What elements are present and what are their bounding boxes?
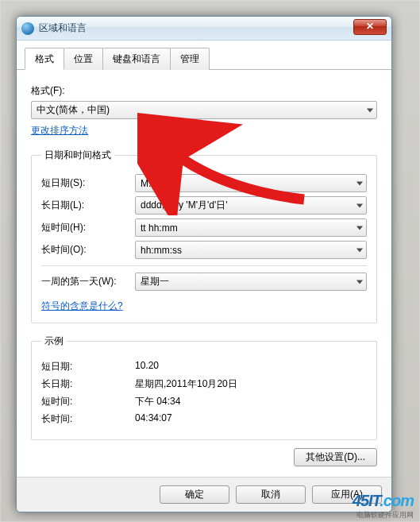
chevron-down-icon (367, 108, 373, 112)
tab-content: 格式(F): 中文(简体，中国) 更改排序方法 日期和时间格式 短日期(S): … (17, 70, 391, 499)
close-button[interactable]: ✕ (353, 19, 387, 35)
long-time-combo[interactable]: hh:mm:ss (135, 241, 367, 259)
watermark-sub: 电脑软硬件应用网 (353, 510, 414, 520)
change-sort-link[interactable]: 更改排序方法 (31, 124, 88, 137)
format-combo[interactable]: 中文(简体，中国) (31, 101, 377, 119)
chevron-down-icon (356, 280, 363, 284)
sample-long-date-value: 星期四,2011年10月20日 (135, 377, 237, 391)
tab-format[interactable]: 格式 (25, 48, 64, 70)
sample-long-time-value: 04:34:07 (135, 412, 172, 426)
long-date-row: 长日期(L): dddd,yyyy 'M'月'd'日' (41, 196, 367, 215)
cancel-button[interactable]: 取消 (236, 485, 306, 504)
first-day-combo[interactable]: 星期一 (135, 273, 367, 291)
close-icon: ✕ (366, 21, 374, 32)
window-title: 区域和语言 (39, 21, 87, 35)
sample-short-time-label: 短时间: (41, 395, 135, 408)
first-day-row: 一周的第一天(W): 星期一 (41, 273, 367, 291)
format-label: 格式(F): (31, 84, 377, 98)
chevron-down-icon (356, 248, 363, 252)
chevron-down-icon (356, 203, 363, 207)
tabstrip: 格式 位置 键盘和语言 管理 (17, 41, 391, 70)
short-date-combo[interactable]: M.d (135, 174, 367, 192)
sample-short-date: 短日期: 10.20 (41, 360, 367, 373)
first-day-value: 星期一 (141, 275, 169, 288)
short-time-row: 短时间(H): tt hh:mm (41, 218, 367, 237)
sample-short-date-label: 短日期: (41, 360, 135, 373)
chevron-down-icon (356, 181, 363, 185)
tab-administrative[interactable]: 管理 (170, 48, 210, 70)
tab-location[interactable]: 位置 (64, 48, 103, 70)
sample-long-time-label: 长时间: (41, 412, 135, 426)
globe-icon (21, 22, 34, 35)
watermark-brand-b: .com (380, 492, 414, 509)
divider (41, 265, 367, 266)
extra-settings-row: 其他设置(D)... (31, 448, 377, 466)
watermark: 45IT.com 电脑软硬件应用网 (353, 492, 414, 520)
sample-short-time: 短时间: 下午 04:34 (41, 395, 367, 408)
sample-long-date-label: 长日期: (41, 377, 135, 391)
first-day-label: 一周的第一天(W): (41, 275, 135, 288)
symbols-meaning-link[interactable]: 符号的含意是什么? (41, 300, 123, 313)
short-time-value: tt hh:mm (141, 222, 178, 234)
region-language-dialog: 区域和语言 ✕ 格式 位置 键盘和语言 管理 格式(F): 中文(简体，中国) … (16, 16, 392, 512)
sample-group: 示例 短日期: 10.20 长日期: 星期四,2011年10月20日 短时间: … (31, 334, 377, 440)
short-time-combo[interactable]: tt hh:mm (135, 218, 367, 237)
date-time-formats-legend: 日期和时间格式 (41, 149, 114, 162)
sample-long-time: 长时间: 04:34:07 (41, 412, 367, 426)
long-date-value: dddd,yyyy 'M'月'd'日' (141, 199, 228, 212)
date-time-formats-group: 日期和时间格式 短日期(S): M.d 长日期(L): dddd,yyyy 'M… (31, 149, 377, 323)
chevron-down-icon (356, 226, 363, 230)
tab-keyboards-languages[interactable]: 键盘和语言 (102, 48, 171, 70)
short-time-label: 短时间(H): (41, 221, 135, 234)
format-combo-value: 中文(简体，中国) (37, 103, 110, 117)
additional-settings-button[interactable]: 其他设置(D)... (294, 448, 377, 466)
long-time-value: hh:mm:ss (141, 245, 182, 256)
short-date-label: 短日期(S): (41, 176, 135, 190)
dialog-button-bar: 确定 取消 应用(A) (17, 477, 391, 512)
ok-button[interactable]: 确定 (160, 485, 229, 504)
long-date-combo[interactable]: dddd,yyyy 'M'月'd'日' (135, 196, 367, 215)
watermark-brand-a: 45IT (353, 492, 380, 509)
sample-legend: 示例 (41, 334, 67, 348)
sample-long-date: 长日期: 星期四,2011年10月20日 (41, 377, 367, 391)
titlebar[interactable]: 区域和语言 ✕ (17, 17, 391, 41)
long-time-row: 长时间(O): hh:mm:ss (41, 241, 367, 259)
short-date-row: 短日期(S): M.d (41, 174, 367, 192)
short-date-value: M.d (141, 178, 156, 189)
long-time-label: 长时间(O): (41, 243, 135, 257)
long-date-label: 长日期(L): (41, 199, 135, 212)
sample-short-time-value: 下午 04:34 (135, 395, 180, 408)
sample-short-date-value: 10.20 (135, 360, 159, 373)
